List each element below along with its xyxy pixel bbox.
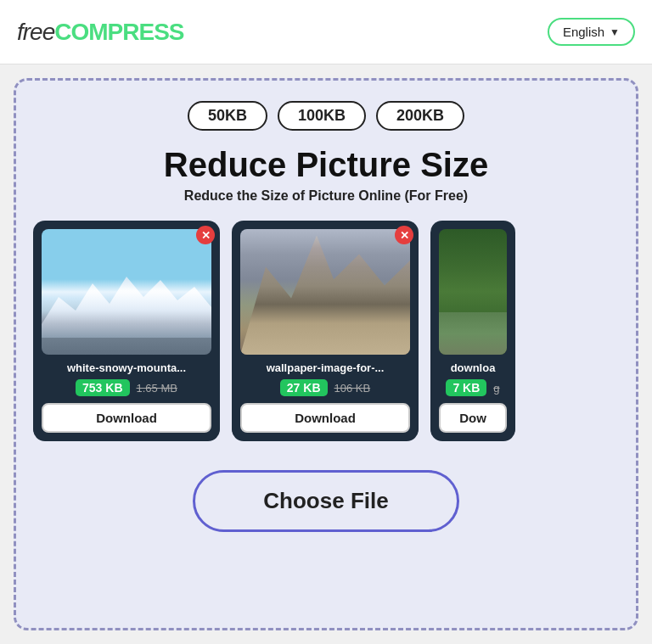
image-card-3: downloa 7 KB g Dow xyxy=(430,221,515,441)
image-preview-3 xyxy=(439,229,507,355)
filename-2: wallpaper-image-for-... xyxy=(240,361,410,374)
size-badge-200kb[interactable]: 200KB xyxy=(376,101,464,131)
language-label: English xyxy=(563,25,604,39)
file-sizes-1: 753 KB 1.65 MB xyxy=(76,379,177,396)
original-size-2: 106 KB xyxy=(334,382,371,395)
compressed-size-1: 753 KB xyxy=(76,379,129,396)
image-card-2: ✕ wallpaper-image-for-... 27 KB 106 KB D… xyxy=(232,221,419,441)
language-selector[interactable]: English ▼ xyxy=(548,18,635,46)
logo-free: free xyxy=(17,19,54,45)
image-preview-1 xyxy=(42,229,211,355)
compressed-size-2: 27 KB xyxy=(280,379,328,396)
header: freeCOMPRESS English ▼ xyxy=(0,0,652,64)
page-title: Reduce Picture Size xyxy=(164,146,488,183)
size-badge-50kb[interactable]: 50KB xyxy=(188,101,267,131)
chevron-down-icon: ▼ xyxy=(610,26,620,38)
choose-file-button[interactable]: Choose File xyxy=(193,470,458,532)
compressed-size-3: 7 KB xyxy=(446,379,486,396)
download-button-1[interactable]: Download xyxy=(42,403,211,433)
main-area: 50KB 100KB 200KB Reduce Picture Size Red… xyxy=(14,78,638,630)
image-preview-2 xyxy=(240,229,410,355)
download-button-3[interactable]: Dow xyxy=(439,403,507,433)
file-sizes-3: 7 KB g xyxy=(446,379,499,396)
original-size-1: 1.65 MB xyxy=(137,382,177,395)
size-badges-row: 50KB 100KB 200KB xyxy=(188,101,464,131)
size-badge-100kb[interactable]: 100KB xyxy=(278,101,366,131)
download-button-2[interactable]: Download xyxy=(240,403,410,433)
close-button-1[interactable]: ✕ xyxy=(196,226,215,244)
file-sizes-2: 27 KB 106 KB xyxy=(280,379,370,396)
original-size-3: g xyxy=(493,382,499,395)
filename-1: white-snowy-mounta... xyxy=(42,361,211,374)
filename-3: downloa xyxy=(439,361,507,374)
page-subtitle: Reduce the Size of Picture Online (For F… xyxy=(184,188,468,204)
logo: freeCOMPRESS xyxy=(17,19,184,46)
image-cards-row: ✕ white-snowy-mounta... 753 KB 1.65 MB D… xyxy=(33,221,619,441)
image-card-1: ✕ white-snowy-mounta... 753 KB 1.65 MB D… xyxy=(33,221,220,441)
close-button-2[interactable]: ✕ xyxy=(395,226,413,244)
logo-compress: COMPRESS xyxy=(54,19,183,45)
